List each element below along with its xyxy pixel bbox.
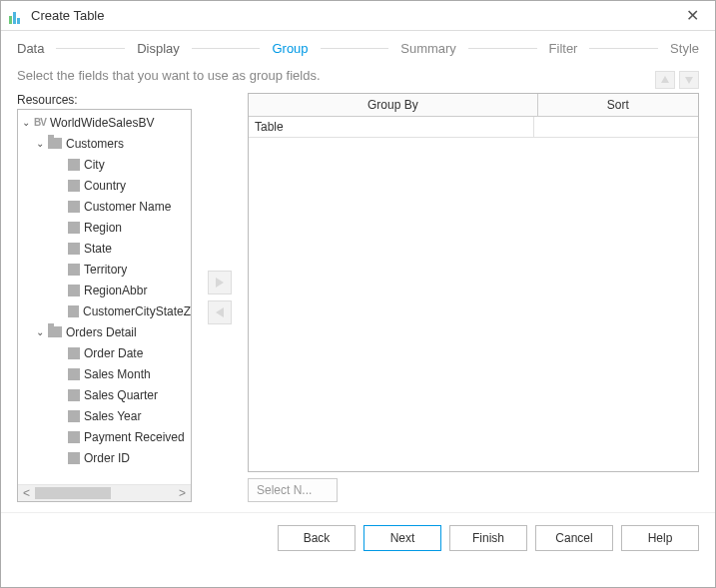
table-row[interactable]: Table: [249, 117, 698, 138]
instruction-text: Select the fields that you want to use a…: [1, 62, 715, 93]
tree-field[interactable]: State: [18, 238, 191, 259]
field-icon: [68, 368, 80, 380]
folder-icon: [48, 326, 62, 337]
field-icon: [68, 201, 80, 213]
move-up-button[interactable]: [655, 71, 675, 89]
tree-folder-orders-detail[interactable]: ⌄ Orders Detail: [18, 321, 191, 342]
grid-body[interactable]: Table: [249, 117, 698, 471]
reorder-buttons: [655, 71, 699, 89]
field-icon: [68, 180, 80, 192]
tree-field[interactable]: Region: [18, 217, 191, 238]
close-icon[interactable]: ✕: [678, 2, 707, 29]
tree-field[interactable]: Order ID: [18, 447, 191, 468]
finish-button[interactable]: Finish: [449, 525, 527, 551]
horizontal-scrollbar[interactable]: < >: [18, 484, 191, 501]
app-icon: [9, 8, 25, 24]
tree-root[interactable]: ⌄ BV WorldWideSalesBV: [18, 112, 191, 133]
tree-field[interactable]: City: [18, 154, 191, 175]
field-icon: [68, 222, 80, 234]
chevron-down-icon[interactable]: ⌄: [36, 326, 48, 337]
tree-field[interactable]: Customer Name: [18, 196, 191, 217]
group-panel: Group By Sort Table Select N...: [248, 93, 699, 502]
tree-field[interactable]: Sales Year: [18, 405, 191, 426]
select-n-button[interactable]: Select N...: [248, 478, 338, 502]
tree-field[interactable]: Country: [18, 175, 191, 196]
step-group[interactable]: Group: [272, 41, 308, 56]
resources-tree: ⌄ BV WorldWideSalesBV ⌄ Customers City C…: [17, 109, 192, 502]
step-style[interactable]: Style: [670, 41, 699, 56]
tree-field[interactable]: Payment Received: [18, 426, 191, 447]
resources-panel: Resources: ⌄ BV WorldWideSalesBV ⌄ Custo…: [17, 93, 192, 502]
folder-icon: [48, 138, 62, 149]
field-icon: [68, 347, 80, 359]
cell-group-by[interactable]: Table: [249, 117, 534, 137]
footer: Back Next Finish Cancel Help: [1, 512, 715, 567]
tree-scroll[interactable]: ⌄ BV WorldWideSalesBV ⌄ Customers City C…: [18, 110, 191, 484]
step-filter[interactable]: Filter: [549, 41, 578, 56]
tree-field[interactable]: CustomerCityStateZ: [18, 300, 191, 321]
field-icon: [68, 264, 80, 276]
field-icon: [68, 452, 80, 464]
bv-icon: BV: [34, 117, 46, 128]
chevron-down-icon[interactable]: ⌄: [36, 138, 48, 149]
field-icon: [68, 285, 80, 296]
remove-button[interactable]: [208, 300, 232, 324]
tree-field[interactable]: Sales Quarter: [18, 384, 191, 405]
back-button[interactable]: Back: [278, 525, 356, 551]
col-group-by[interactable]: Group By: [249, 94, 538, 116]
help-button[interactable]: Help: [621, 525, 699, 551]
window-title: Create Table: [31, 8, 104, 23]
cancel-button[interactable]: Cancel: [535, 525, 613, 551]
wizard-steps: Data Display Group Summary Filter Style: [1, 31, 715, 62]
scroll-left-icon[interactable]: <: [18, 485, 35, 502]
tree-field[interactable]: Order Date: [18, 342, 191, 363]
tree-field[interactable]: Territory: [18, 259, 191, 280]
tree-field[interactable]: RegionAbbr: [18, 280, 191, 300]
field-icon: [68, 305, 79, 317]
tree-field[interactable]: Sales Month: [18, 363, 191, 384]
titlebar: Create Table ✕: [1, 1, 715, 31]
step-summary[interactable]: Summary: [400, 41, 456, 56]
cell-sort[interactable]: [534, 117, 698, 137]
content: Resources: ⌄ BV WorldWideSalesBV ⌄ Custo…: [1, 93, 715, 512]
step-data[interactable]: Data: [17, 41, 44, 56]
transfer-buttons: [202, 93, 238, 502]
field-icon: [68, 243, 80, 255]
field-icon: [68, 410, 80, 422]
move-down-button[interactable]: [679, 71, 699, 89]
next-button[interactable]: Next: [363, 525, 441, 551]
field-icon: [68, 159, 80, 171]
grid-header: Group By Sort: [249, 94, 698, 117]
field-icon: [68, 431, 80, 443]
group-grid[interactable]: Group By Sort Table: [248, 93, 699, 472]
scroll-right-icon[interactable]: >: [174, 485, 191, 502]
tree-folder-customers[interactable]: ⌄ Customers: [18, 133, 191, 154]
add-button[interactable]: [208, 271, 232, 294]
field-icon: [68, 389, 80, 401]
col-sort[interactable]: Sort: [538, 94, 698, 116]
resources-label: Resources:: [17, 93, 192, 107]
chevron-down-icon[interactable]: ⌄: [22, 117, 34, 128]
step-display[interactable]: Display: [137, 41, 180, 56]
